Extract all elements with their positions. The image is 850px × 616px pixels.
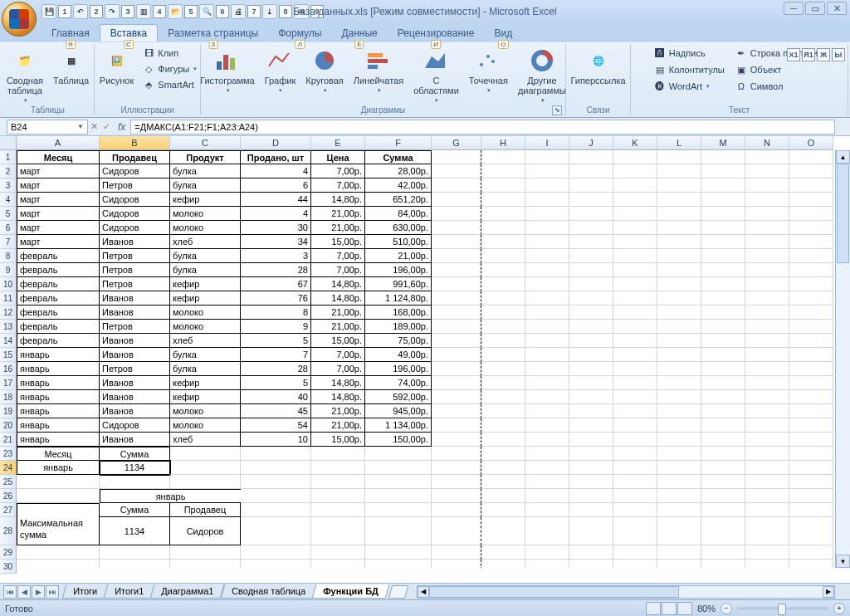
cell-I5[interactable] [525, 207, 569, 221]
row-header-6[interactable]: 6 [0, 221, 17, 235]
cell-J19[interactable] [569, 404, 613, 418]
cell-K18[interactable] [613, 390, 657, 404]
cell-A25[interactable] [17, 475, 100, 489]
cell-K13[interactable] [613, 320, 657, 334]
cell-L11[interactable] [657, 291, 701, 306]
cell-M24[interactable] [701, 461, 745, 475]
cell-E24[interactable] [311, 461, 365, 475]
cell-B2[interactable]: Сидоров [100, 164, 170, 178]
cells-area[interactable]: МесяцПродавецПродуктПродано, штЦенаСумма… [17, 150, 835, 568]
cell-G14[interactable] [432, 334, 481, 348]
symbol-button[interactable]: ΩСимвол [733, 79, 827, 94]
tab-nav-last[interactable]: ⏭ [46, 585, 59, 599]
cell-D16[interactable]: 28 [241, 362, 311, 376]
cell-L7[interactable] [657, 235, 701, 249]
cell-C14[interactable]: хлеб [170, 334, 241, 348]
cell-G18[interactable] [432, 390, 481, 404]
cell-D5[interactable]: 4 [241, 207, 311, 221]
cell-I21[interactable] [525, 433, 569, 447]
cell-K20[interactable] [613, 418, 657, 433]
select-all-corner[interactable] [0, 136, 17, 150]
cell-M12[interactable] [701, 306, 745, 320]
row-header-18[interactable]: 18 [0, 390, 17, 404]
row-header-20[interactable]: 20 [0, 418, 17, 433]
cell-F20[interactable]: 1 134,00р. [365, 418, 432, 433]
cell-J30[interactable] [569, 560, 613, 568]
cell-A19[interactable]: январь [17, 404, 100, 418]
cell-L14[interactable] [657, 334, 701, 348]
cell-L4[interactable] [657, 193, 701, 207]
cell-B24[interactable]: 1134 [100, 461, 170, 475]
cell-J27[interactable] [569, 503, 613, 517]
cell-A18[interactable]: январь [17, 390, 100, 404]
cell-E17[interactable]: 14,80р. [311, 376, 365, 390]
row-header-29[interactable]: 29 [0, 545, 17, 560]
cell-M21[interactable] [701, 433, 745, 447]
cell-H16[interactable] [481, 362, 525, 376]
cell-E14[interactable]: 15,00р. [311, 334, 365, 348]
cell-C2[interactable]: булка [170, 164, 241, 178]
cell-N6[interactable] [745, 221, 789, 235]
cell-O2[interactable] [789, 164, 833, 178]
cell-F19[interactable]: 945,00р. [365, 404, 432, 418]
cell-J12[interactable] [569, 306, 613, 320]
cell-A12[interactable]: февраль [17, 306, 100, 320]
cell-O6[interactable] [789, 221, 833, 235]
cell-J15[interactable] [569, 348, 613, 362]
cell-J16[interactable] [569, 362, 613, 376]
col-header-C[interactable]: C [170, 136, 241, 150]
row-header-11[interactable]: 11 [0, 291, 17, 306]
cell-M20[interactable] [701, 418, 745, 433]
cell-B10[interactable]: Петров [100, 277, 170, 291]
formula-input[interactable]: =ДМАКС(A1:F21;F1;A23:A24) [130, 120, 835, 134]
col-header-J[interactable]: J [569, 136, 613, 150]
cell-O19[interactable] [789, 404, 833, 418]
cell-A16[interactable]: январь [17, 362, 100, 376]
sheet-tab-1[interactable]: Итоги1 [104, 584, 155, 599]
col-header-D[interactable]: D [241, 136, 311, 150]
qat-box-5[interactable]: 5 [184, 5, 198, 18]
row-header-12[interactable]: 12 [0, 306, 17, 320]
cell-B19[interactable]: Иванов [100, 404, 170, 418]
cell-K29[interactable] [613, 545, 657, 560]
cell-D9[interactable]: 28 [241, 263, 311, 277]
cell-I18[interactable] [525, 390, 569, 404]
cell-N24[interactable] [745, 461, 789, 475]
cell-H4[interactable] [481, 193, 525, 207]
cell-M9[interactable] [701, 263, 745, 277]
cell-C23[interactable] [170, 447, 241, 461]
cell-H25[interactable] [481, 475, 525, 489]
cell-M18[interactable] [701, 390, 745, 404]
cell-C10[interactable]: кефир [170, 277, 241, 291]
cell-L24[interactable] [657, 461, 701, 475]
cell-E13[interactable]: 21,00р. [311, 320, 365, 334]
cell-F29[interactable] [365, 545, 432, 560]
cell-L25[interactable] [657, 475, 701, 489]
cell-K8[interactable] [613, 249, 657, 263]
cell-A4[interactable]: март [17, 193, 100, 207]
cell-J11[interactable] [569, 291, 613, 306]
clip-button[interactable]: 🎞Клип [140, 46, 198, 61]
cell-F27[interactable] [365, 503, 432, 517]
cell-A30[interactable] [17, 560, 100, 568]
cell-F16[interactable]: 196,00р. [365, 362, 432, 376]
cell-I1[interactable] [525, 150, 569, 164]
col-header-F[interactable]: F [365, 136, 432, 150]
cell-L18[interactable] [657, 390, 701, 404]
cell-J9[interactable] [569, 263, 613, 277]
cell-D12[interactable]: 8 [241, 306, 311, 320]
cell-I2[interactable] [525, 164, 569, 178]
cell-E29[interactable] [311, 545, 365, 560]
qat-new-icon[interactable]: ▥ [136, 4, 151, 19]
cell-G2[interactable] [432, 164, 481, 178]
cell-A13[interactable]: февраль [17, 320, 100, 334]
cell-K15[interactable] [613, 348, 657, 362]
cell-O10[interactable] [789, 277, 833, 291]
cell-D3[interactable]: 6 [241, 178, 311, 193]
cell-L5[interactable] [657, 207, 701, 221]
cell-E23[interactable] [311, 447, 365, 461]
cell-I15[interactable] [525, 348, 569, 362]
cell-D4[interactable]: 44 [241, 193, 311, 207]
cell-F4[interactable]: 651,20р. [365, 193, 432, 207]
cell-F6[interactable]: 630,00р. [365, 221, 432, 235]
